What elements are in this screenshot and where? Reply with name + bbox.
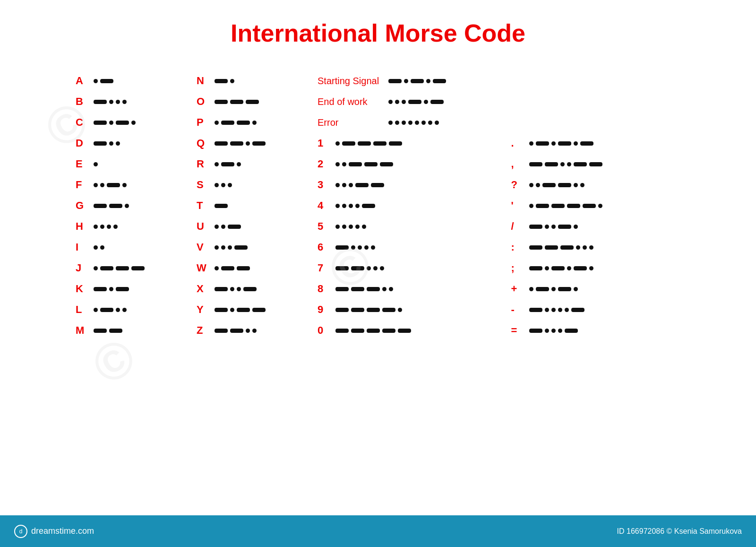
list-item: Error [318,113,511,132]
list-item: M [76,321,197,340]
list-item: 0 [318,321,511,340]
list-item: Q [197,133,318,153]
list-item: Starting Signal [318,71,511,91]
list-item: B [76,92,197,112]
morse-letter: ? [511,179,524,191]
morse-letter: N [197,75,210,87]
morse-letter: : [511,241,524,253]
morse-letter: C [76,116,89,129]
list-item: L [76,300,197,320]
morse-letter: L [76,304,89,316]
morse-letter: E [76,158,89,170]
morse-letter: - [511,304,524,316]
footer-copyright: © Ksenia Samorukova [667,527,742,535]
morse-letter: + [511,283,524,295]
morse-letter: M [76,324,89,337]
list-item: 7 [318,258,511,278]
list-item: E [76,154,197,174]
morse-letter: A [76,75,89,87]
list-item: V [197,237,318,257]
list-item: ; [511,258,680,278]
list-item: O [197,92,318,112]
list-item: X [197,279,318,299]
morse-letter: ; [511,262,524,274]
spacer-row [511,92,680,112]
list-item: F [76,175,197,195]
list-item: : [511,237,680,257]
morse-letter: Z [197,324,210,337]
morse-letter: U [197,220,210,233]
morse-letter: H [76,220,89,233]
footer-logo-text: dreamstime.com [31,526,94,536]
morse-letter: 0 [318,324,331,337]
list-item: Y [197,300,318,320]
morse-letter: S [197,179,210,191]
morse-letter: End of work [318,96,384,107]
list-item: 8 [318,279,511,299]
morse-letter: , [511,158,524,170]
main-content: International Morse Code ABCDEFGHIJKLMNO… [0,0,756,515]
list-item: = [511,321,680,340]
footer-id: ID 166972086 [617,527,665,535]
list-item: C [76,113,197,132]
list-item: , [511,154,680,174]
list-item: End of work [318,92,511,112]
list-item: G [76,196,197,216]
column-letters-n-z: NOPQRSTUVWXYZ [197,71,318,340]
morse-grid: ABCDEFGHIJKLMNOPQRSTUVWXYZStarting Signa… [76,71,680,340]
list-item: W [197,258,318,278]
list-item: H [76,217,197,236]
page-title: International Morse Code [231,19,525,47]
column-special-numbers: Starting SignalEnd of workError123456789… [318,71,511,340]
morse-letter: R [197,158,210,170]
morse-letter: 4 [318,200,331,212]
morse-letter: X [197,283,210,295]
list-item: ' [511,196,680,216]
list-item: P [197,113,318,132]
morse-letter: 2 [318,158,331,170]
morse-letter: / [511,220,524,233]
list-item: K [76,279,197,299]
list-item: D [76,133,197,153]
list-item: S [197,175,318,195]
morse-letter: 7 [318,262,331,274]
list-item: 4 [318,196,511,216]
footer-logo: d dreamstime.com [14,525,94,538]
list-item: ? [511,175,680,195]
morse-letter: T [197,200,210,212]
list-item: 5 [318,217,511,236]
list-item: J [76,258,197,278]
morse-letter: P [197,116,210,129]
morse-letter: F [76,179,89,191]
list-item: T [197,196,318,216]
morse-letter: I [76,241,89,253]
morse-letter: O [197,96,210,108]
list-item: N [197,71,318,91]
morse-letter: 9 [318,304,331,316]
list-item: . [511,133,680,153]
morse-letter: 5 [318,220,331,233]
morse-letter: Error [318,117,384,128]
list-item: U [197,217,318,236]
morse-letter: D [76,137,89,149]
footer-bar: d dreamstime.com ID 166972086 © Ksenia S… [0,515,756,547]
list-item: + [511,279,680,299]
morse-letter: Starting Signal [318,76,384,87]
list-item: 9 [318,300,511,320]
dreamstime-logo-circle: d [14,525,27,538]
morse-letter: J [76,262,89,274]
list-item: 1 [318,133,511,153]
morse-letter: 8 [318,283,331,295]
list-item: 6 [318,237,511,257]
spacer-row [511,113,680,132]
morse-letter: 3 [318,179,331,191]
morse-letter: Q [197,137,210,149]
list-item: A [76,71,197,91]
morse-letter: V [197,241,210,253]
morse-letter: 1 [318,137,331,149]
morse-letter: B [76,96,89,108]
morse-letter: K [76,283,89,295]
column-punctuation: .,?'/:;+-= [511,71,680,340]
list-item: Z [197,321,318,340]
spacer-row [511,71,680,91]
